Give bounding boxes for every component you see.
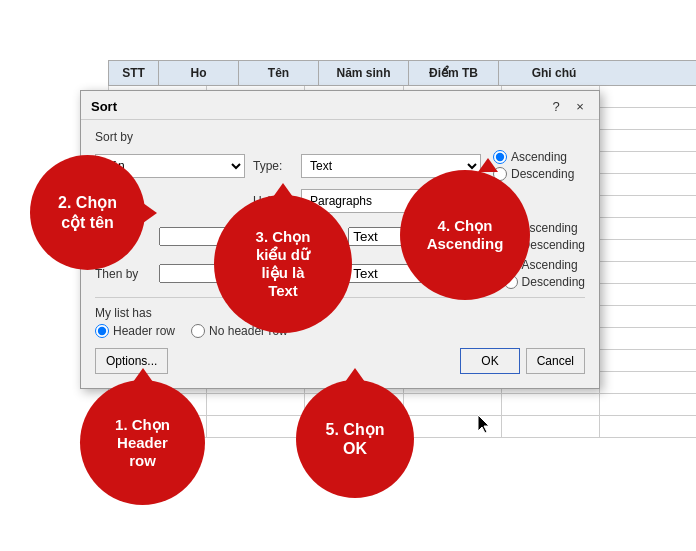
header-row-radio[interactable] (95, 324, 109, 338)
then-by-label-2: Then by (95, 267, 151, 281)
col-diemtb: Điểm TB (409, 61, 499, 85)
ok-cancel-group: OK Cancel (460, 348, 585, 374)
annotation-bubble-5: 5. Chọn OK (296, 380, 414, 498)
col-ten: Tên (239, 61, 319, 85)
bubble-3-text: 3. Chọn kiểu dữ liệu là Text (256, 228, 311, 300)
bubble-5-text: 5. Chọn OK (326, 420, 385, 458)
no-header-radio[interactable] (191, 324, 205, 338)
dialog-title: Sort (91, 99, 117, 114)
col-ghichu: Ghi chú (499, 61, 609, 85)
dialog-close-button[interactable]: × (571, 97, 589, 115)
col-namsinh: Năm sinh (319, 61, 409, 85)
ok-button[interactable]: OK (460, 348, 519, 374)
table-header: STT Ho Tên Năm sinh Điểm TB Ghi chú (108, 60, 696, 86)
mylist-radios: Header row No header row (95, 324, 585, 338)
mylist-section: My list has Header row No header row (95, 306, 585, 338)
bubble-2-text: 2. Chọn cột tên (58, 193, 117, 231)
then-desc-label-2: Descending (522, 275, 585, 289)
header-row-radio-item[interactable]: Header row (95, 324, 175, 338)
then-asc-label-2: Ascending (522, 258, 578, 272)
annotation-bubble-4: 4. Chọn Ascending (400, 170, 530, 300)
cancel-button[interactable]: Cancel (526, 348, 585, 374)
descending-label: Descending (511, 167, 574, 181)
order-radio-group: Ascending Descending (493, 150, 574, 181)
then-desc-2[interactable]: Descending (504, 275, 585, 289)
annotation-bubble-1: 1. Chọn Header row (80, 380, 205, 505)
type-label: Type: (253, 159, 293, 173)
bubble-1-text: 1. Chọn Header row (115, 416, 170, 470)
mylist-label: My list has (95, 306, 585, 320)
sort-by-label: Sort by (95, 130, 585, 144)
dialog-titlebar: Sort ? × (81, 91, 599, 120)
col-ho: Ho (159, 61, 239, 85)
bubble-4-text: 4. Chọn Ascending (427, 217, 504, 253)
ascending-radio-item[interactable]: Ascending (493, 150, 574, 164)
annotation-bubble-3: 3. Chọn kiểu dữ liệu là Text (214, 195, 352, 333)
col-stt: STT (109, 61, 159, 85)
footer-buttons: Options... OK Cancel (95, 348, 585, 374)
annotation-bubble-2: 2. Chọn cột tên (30, 155, 145, 270)
then-desc-label-1: Descending (522, 238, 585, 252)
sort-by-row: Tên STT Ho Năm sinh Điểm TB Ghi chú Type… (95, 150, 585, 181)
dialog-help-button[interactable]: ? (547, 97, 565, 115)
descending-radio-item[interactable]: Descending (493, 167, 574, 181)
ascending-label: Ascending (511, 150, 567, 164)
then-asc-label-1: Ascending (522, 221, 578, 235)
dialog-controls: ? × (547, 97, 589, 115)
header-row-label: Header row (113, 324, 175, 338)
